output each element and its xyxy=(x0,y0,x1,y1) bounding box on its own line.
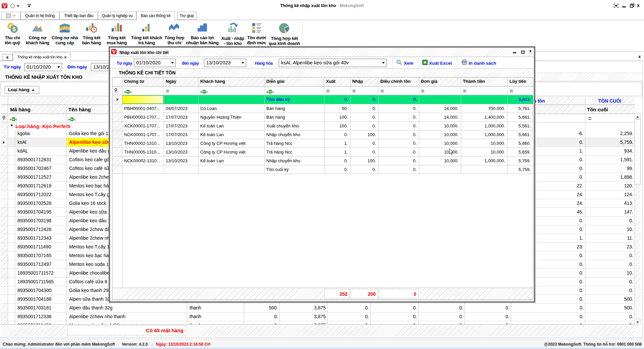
svg-text:$: $ xyxy=(12,26,16,33)
